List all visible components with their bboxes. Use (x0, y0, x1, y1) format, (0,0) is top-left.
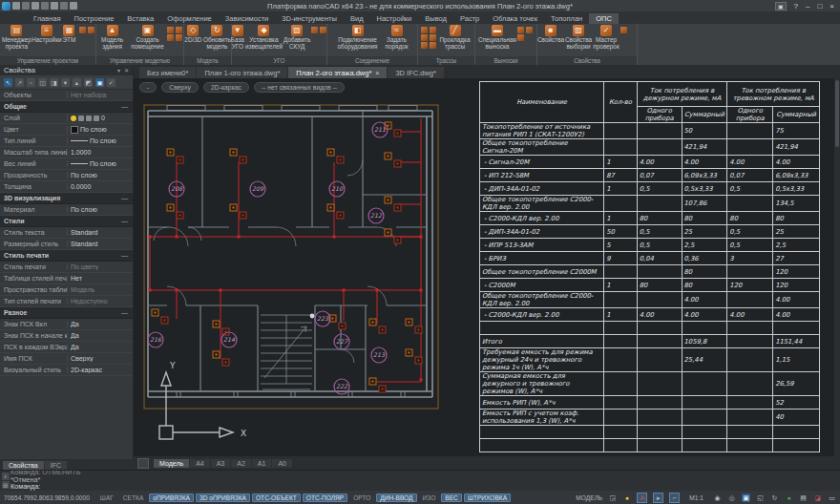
small-tool-icon[interactable] (430, 42, 436, 49)
table-cell[interactable] (682, 372, 727, 396)
table-cell[interactable]: 0,5 (727, 182, 773, 196)
table-cell[interactable] (773, 439, 820, 452)
table-cell-name[interactable]: - С2000М (480, 279, 604, 292)
redo-icon[interactable] (60, 2, 68, 10)
layout-tab-1[interactable]: A4 (190, 459, 210, 468)
ribbon-button-3-1[interactable]: ◆Установка извещателей (245, 25, 283, 51)
lightbulb-icon[interactable]: ● (622, 494, 631, 502)
table-cell[interactable]: 26,59 (773, 372, 820, 396)
table-cell[interactable] (773, 322, 820, 335)
ribbon-tab-12[interactable]: ОПС (589, 13, 619, 24)
table-cell[interactable]: 80 (727, 212, 773, 225)
status-toggle-4[interactable]: ОТС-ОБЪЕКТ (252, 494, 301, 502)
table-cell[interactable]: 4.00 (773, 308, 820, 322)
table-cell-name[interactable]: Суммарная емкость для дежурного и тревож… (480, 372, 604, 396)
orbit-icon[interactable]: ↻ (770, 494, 779, 502)
table-cell[interactable]: 6,09x3,33 (773, 169, 820, 182)
layer-on-icon[interactable] (71, 116, 76, 121)
table-cell[interactable]: 4.00 (727, 156, 773, 169)
col-header-alarm-one[interactable]: Одного прибора (727, 107, 773, 123)
close-tab-icon[interactable]: × (375, 70, 379, 76)
viewport-control-1[interactable]: Сверху (161, 82, 199, 93)
small-tool-icon[interactable] (421, 34, 428, 41)
table-cell[interactable] (727, 348, 773, 372)
ribbon-button-1-1[interactable]: ▣Создать помещение (129, 25, 166, 51)
close-button[interactable]: × (830, 2, 834, 10)
zoom-icon[interactable]: ◎ (727, 494, 736, 502)
table-cell[interactable]: 4.00 (773, 292, 820, 308)
col-header-name[interactable]: Наименование (480, 82, 604, 123)
table-cell[interactable]: 40 (773, 410, 820, 426)
table-cell[interactable]: 120 (727, 279, 773, 292)
table-cell-name[interactable]: Емкость РИП с учетом коэф. использования… (480, 410, 604, 426)
table-cell-name[interactable]: - С2000-КДЛ вер. 2.00 (480, 212, 604, 225)
property-value[interactable]: 1.0000 (67, 149, 133, 156)
table-cell[interactable] (637, 348, 682, 372)
table-cell[interactable] (727, 139, 773, 156)
table-cell[interactable]: 0,5 (727, 239, 773, 252)
table-cell[interactable] (637, 322, 682, 335)
status-toggle-0[interactable]: ШАГ (96, 494, 117, 502)
status-toggle-1[interactable]: СЕТКА (119, 494, 147, 502)
table-cell[interactable] (773, 426, 820, 439)
table-cell[interactable]: 1151,44 (773, 335, 820, 348)
table-cell[interactable] (604, 348, 638, 372)
small-tool-icon[interactable] (430, 34, 436, 41)
table-cell[interactable]: 4.00 (682, 292, 727, 308)
table-cell[interactable]: 1 (604, 182, 638, 196)
ribbon-button-1-0[interactable]: ▲Модель здания (96, 25, 128, 51)
property-value[interactable]: По слою (67, 137, 133, 144)
open-file-icon[interactable] (22, 2, 30, 10)
property-value[interactable]: 0 (67, 115, 133, 121)
wiring[interactable] (150, 118, 421, 382)
status-toggle-9[interactable]: ВЕС (441, 494, 462, 502)
table-cell-name[interactable]: Требуемая емкость для режима дежурный 24… (480, 348, 604, 372)
notifications-icon[interactable]: ◪ (813, 494, 822, 502)
table-cell[interactable]: 25 (682, 225, 727, 239)
table-cell[interactable] (727, 196, 773, 212)
table-cell[interactable]: 1 (604, 308, 638, 322)
table-cell[interactable] (727, 410, 773, 426)
table-cell[interactable] (637, 426, 682, 439)
ribbon-tab-3[interactable]: Оформление (160, 13, 219, 24)
layout-tab-4[interactable]: A1 (252, 459, 272, 468)
table-cell[interactable] (637, 196, 682, 212)
properties-tool-icon-4[interactable]: ◨ (50, 78, 58, 87)
table-cell[interactable] (727, 292, 773, 308)
ribbon-tab-7[interactable]: Настройки (370, 13, 419, 24)
property-value[interactable]: Standard (67, 229, 133, 236)
collapse-icon[interactable]: — (121, 103, 128, 110)
collapse-icon[interactable]: — (121, 309, 128, 316)
small-tool-icon[interactable] (421, 42, 428, 49)
zoom-window-icon[interactable]: ▣ (742, 494, 750, 502)
property-section[interactable]: Стиль печати— (0, 250, 133, 262)
ribbon-tab-9[interactable]: Растр (453, 13, 486, 24)
table-cell[interactable] (727, 335, 773, 348)
viewport-control-3[interactable]: -- нет связанных видов -- (254, 82, 345, 93)
property-value[interactable]: Нет набора (67, 92, 133, 98)
table-cell-name[interactable]: - Сигнал-20М (480, 156, 604, 169)
table-cell[interactable] (604, 335, 638, 348)
door-arcs[interactable] (154, 160, 396, 363)
table-cell[interactable] (637, 439, 682, 452)
table-cell[interactable]: 87 (604, 169, 638, 182)
print-icon[interactable] (70, 2, 77, 10)
table-cell-name[interactable]: Общее токопотребление Сигнал-20М (480, 139, 604, 156)
layout-tab-2[interactable]: A3 (211, 459, 231, 468)
table-cell[interactable]: 120 (773, 265, 820, 279)
table-cell[interactable] (604, 265, 638, 279)
small-tool-icon[interactable] (79, 27, 86, 33)
color-swatch[interactable] (71, 126, 78, 134)
table-cell-name[interactable]: - ДИП-34А-01-02 (480, 182, 604, 196)
collapse-icon[interactable]: — (121, 195, 128, 201)
table-cell[interactable]: 0,5x3,33 (682, 182, 727, 196)
table-cell[interactable] (604, 196, 638, 212)
property-value[interactable]: Standard (67, 241, 133, 247)
collapse-icon[interactable]: — (121, 252, 128, 259)
table-cell[interactable] (727, 265, 773, 279)
close-panel-icon[interactable]: ✕ (124, 67, 129, 74)
table-cell[interactable]: 4.00 (637, 308, 682, 322)
small-tool-icon[interactable] (517, 27, 524, 33)
small-tool-icon[interactable] (320, 27, 326, 33)
zoom-extents-icon[interactable]: ◱ (756, 494, 765, 502)
